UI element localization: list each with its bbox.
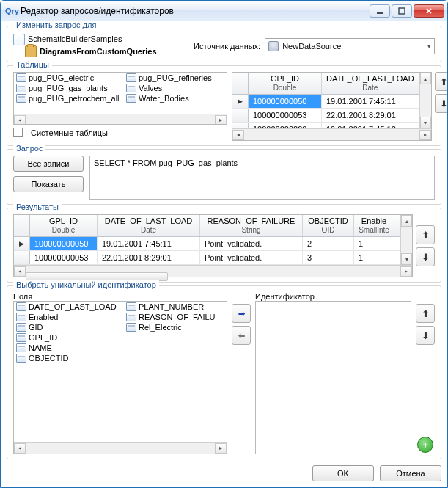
results-legend: Результаты <box>13 203 62 211</box>
table-row[interactable]: ▶ 100000000050 19.01.2001 7:45:11 Point:… <box>14 237 400 251</box>
list-item[interactable]: GPL_ID <box>14 332 124 343</box>
table-preview-grid[interactable]: GPL_IDDouble DATE_OF_LAST_LOADDate ▶ 100… <box>232 72 432 141</box>
fields-list[interactable]: DATE_OF_LAST_LOAD Enabled GID GPL_ID NAM… <box>13 301 227 454</box>
table-icon <box>16 94 26 103</box>
list-item[interactable]: Rel_Electric <box>124 322 224 332</box>
field-icon <box>126 323 136 332</box>
list-item[interactable]: Valves <box>124 83 224 93</box>
list-item[interactable]: REASON_OF_FAILU <box>124 312 224 322</box>
identifier-group: Выбрать уникальный идентификатор Поля DA… <box>7 285 441 459</box>
system-tables-checkbox[interactable] <box>13 128 23 137</box>
fields-label: Поля <box>13 292 227 301</box>
tables-list[interactable]: pug_PUG_electric pug_PUG_gas_plants pug_… <box>13 72 227 125</box>
close-button[interactable] <box>414 4 444 18</box>
change-for-group: Изменить запрос для SchematicBuilderSamp… <box>7 26 441 62</box>
all-records-button[interactable]: Все записи <box>13 156 84 172</box>
vertical-scrollbar[interactable]: ▴▾ <box>400 215 412 265</box>
table-row[interactable]: 100000000053 22.01.2001 8:29:01 <box>232 109 419 123</box>
cancel-button[interactable]: Отмена <box>380 465 441 481</box>
tree-child[interactable]: DiagramsFromCustomQueries <box>40 46 157 57</box>
list-item[interactable]: OBJECTID <box>14 353 124 363</box>
table-row[interactable]: ▶ 100000000050 19.01.2001 7:45:11 <box>232 95 419 109</box>
horizontal-scrollbar[interactable]: ◂▸ <box>14 265 412 277</box>
move-down-button[interactable]: ⬇ <box>416 247 435 266</box>
move-down-button[interactable]: ⬇ <box>435 94 447 113</box>
list-item[interactable]: pug_PUG_refineries <box>124 73 224 83</box>
table-icon <box>16 84 26 92</box>
list-item[interactable]: PLANT_NUMBER <box>124 302 224 312</box>
tables-group: Таблицы pug_PUG_electric pug_PUG_gas_pla… <box>7 65 441 146</box>
minimize-button[interactable] <box>370 4 390 18</box>
window-title: Редактор запросов/идентификаторов <box>21 6 370 16</box>
identifier-label: Идентификатор <box>255 292 411 301</box>
maximize-button[interactable] <box>392 4 412 18</box>
show-button[interactable]: Показать <box>13 176 84 192</box>
list-item[interactable]: Enabled <box>14 312 124 322</box>
field-icon <box>126 302 136 311</box>
table-icon <box>126 73 136 82</box>
field-icon <box>16 333 26 342</box>
data-source-value: NewDataSource <box>282 42 341 51</box>
table-icon <box>126 84 136 92</box>
move-up-button[interactable]: ⬆ <box>435 72 447 91</box>
system-tables-label: Системные таблицы <box>31 128 108 137</box>
svg-rect-1 <box>399 8 405 14</box>
add-button[interactable]: ＋ <box>417 437 433 453</box>
horizontal-scrollbar[interactable]: ◂▸ <box>14 442 227 454</box>
arrow-right-icon: ➡ <box>238 309 245 318</box>
move-up-button[interactable]: ⬆ <box>416 225 435 244</box>
move-down-button[interactable]: ⬇ <box>416 326 435 345</box>
change-for-legend: Изменить запрос для <box>13 21 99 29</box>
list-item[interactable]: NAME <box>14 343 124 353</box>
database-icon <box>268 41 279 51</box>
field-icon <box>16 354 26 363</box>
ok-button[interactable]: OK <box>312 465 374 481</box>
schema-icon <box>13 34 25 45</box>
results-group: Результаты GPL_IDDouble DATE_OF_LAST_LOA… <box>7 208 441 283</box>
folder-icon <box>25 45 37 57</box>
add-field-button[interactable]: ➡ <box>232 304 251 323</box>
table-row[interactable]: 100000000200 19.01.2001 7:45:12 <box>232 123 419 128</box>
chevron-down-icon: ▾ <box>427 43 431 50</box>
identifier-list[interactable] <box>255 301 411 454</box>
list-item[interactable]: Water_Bodies <box>124 93 224 103</box>
vertical-scrollbar[interactable]: ▴▾ <box>419 73 431 128</box>
field-icon <box>16 302 26 311</box>
table-icon <box>126 94 136 103</box>
field-icon <box>16 323 26 332</box>
sql-textarea[interactable]: SELECT * FROM pug_PUG_gas_plants <box>89 156 435 200</box>
table-icon <box>16 73 26 82</box>
arrow-left-icon: ⬅ <box>238 331 245 340</box>
table-row[interactable]: 100000000053 22.01.2001 8:29:01 Point: v… <box>14 251 400 265</box>
query-legend: Запрос <box>13 144 45 153</box>
list-item[interactable]: pug_PUG_electric <box>14 73 124 83</box>
horizontal-scrollbar[interactable]: ◂▸ <box>14 114 227 125</box>
titlebar[interactable]: Qry Редактор запросов/идентификаторов <box>1 1 447 21</box>
results-grid[interactable]: GPL_IDDouble DATE_OF_LAST_LOADDate REASO… <box>13 214 413 277</box>
list-item[interactable]: pug_PUG_gas_plants <box>14 83 124 93</box>
remove-field-button[interactable]: ⬅ <box>232 326 251 345</box>
horizontal-scrollbar[interactable]: ◂▸ <box>232 128 431 140</box>
source-label: Источник данных: <box>194 42 260 51</box>
data-source-select[interactable]: NewDataSource ▾ <box>265 38 435 54</box>
field-icon <box>16 313 26 321</box>
move-up-button[interactable]: ⬆ <box>416 304 435 323</box>
field-icon <box>16 343 26 352</box>
app-icon: Qry <box>5 5 17 17</box>
tree-root[interactable]: SchematicBuilderSamples <box>28 34 122 44</box>
list-item[interactable]: DATE_OF_LAST_LOAD <box>14 302 124 312</box>
query-group: Запрос Все записи Показать SELECT * FROM… <box>7 149 441 205</box>
list-item[interactable]: pug_PUG_petrochem_all <box>14 93 124 103</box>
list-item[interactable]: GID <box>14 322 124 332</box>
dialog-window: Qry Редактор запросов/идентификаторов Из… <box>0 0 448 488</box>
identifier-legend: Выбрать уникальный идентификатор <box>13 280 159 289</box>
tables-legend: Таблицы <box>13 60 52 69</box>
svg-rect-0 <box>377 12 383 14</box>
field-icon <box>126 313 136 321</box>
